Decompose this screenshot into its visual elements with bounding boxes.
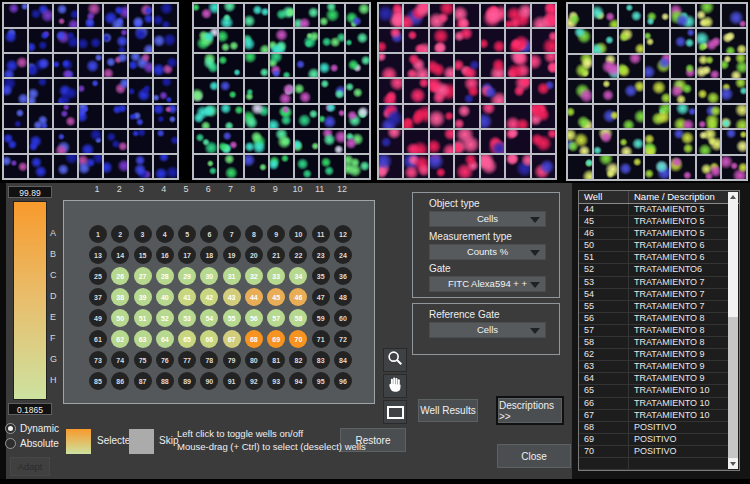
well-67[interactable]: 67 [223,330,241,348]
well-86[interactable]: 86 [111,372,129,390]
table-row[interactable]: 45TRATAMIENTO 5 [579,216,729,228]
well-78[interactable]: 78 [200,351,218,369]
table-row[interactable]: 52TRATAMIENTO6 [579,264,729,276]
well-18[interactable]: 18 [200,246,218,264]
well-56[interactable]: 56 [245,309,263,327]
object-type-select[interactable]: Cells [429,211,546,227]
well-61[interactable]: 61 [89,330,107,348]
well-20[interactable]: 20 [245,246,263,264]
well-49[interactable]: 49 [89,309,107,327]
well-30[interactable]: 30 [200,267,218,285]
measurement-type-select[interactable]: Counts % [429,244,546,260]
well-4[interactable]: 4 [156,225,174,243]
table-row[interactable]: 46TRATAMIENTO 5 [579,228,729,240]
well-80[interactable]: 80 [245,351,263,369]
well-35[interactable]: 35 [312,267,330,285]
well-40[interactable]: 40 [156,288,174,306]
well-37[interactable]: 37 [89,288,107,306]
well-5[interactable]: 5 [178,225,196,243]
well-16[interactable]: 16 [156,246,174,264]
well-93[interactable]: 93 [267,372,285,390]
well-72[interactable]: 72 [334,330,352,348]
table-row[interactable]: 63TRATAMIENTO 9 [579,361,729,373]
well-55[interactable]: 55 [223,309,241,327]
well-34[interactable]: 34 [289,267,307,285]
reference-gate-select[interactable]: Cells [429,322,546,338]
well-14[interactable]: 14 [111,246,129,264]
well-48[interactable]: 48 [334,288,352,306]
table-row[interactable]: 57TRATAMIENTO 8 [579,325,729,337]
well-66[interactable]: 66 [200,330,218,348]
well-53[interactable]: 53 [178,309,196,327]
well-63[interactable]: 63 [134,330,152,348]
well-32[interactable]: 32 [245,267,263,285]
well-60[interactable]: 60 [334,309,352,327]
rect-select-tool-button[interactable] [383,400,407,424]
well-91[interactable]: 91 [223,372,241,390]
well-90[interactable]: 90 [200,372,218,390]
close-button[interactable]: Close [497,444,571,468]
well-58[interactable]: 58 [289,309,307,327]
well-69[interactable]: 69 [267,330,285,348]
well-17[interactable]: 17 [178,246,196,264]
well-83[interactable]: 83 [312,351,330,369]
well-74[interactable]: 74 [111,351,129,369]
well-2[interactable]: 2 [111,225,129,243]
well-59[interactable]: 59 [312,309,330,327]
well-7[interactable]: 7 [223,225,241,243]
well-22[interactable]: 22 [289,246,307,264]
well-1[interactable]: 1 [89,225,107,243]
colorbar-gradient[interactable] [13,201,47,400]
well-52[interactable]: 52 [156,309,174,327]
table-row[interactable]: 53TRATAMIENTO 7 [579,277,729,289]
absolute-radio[interactable]: Absolute [5,438,59,449]
well-9[interactable]: 9 [267,225,285,243]
well-45[interactable]: 45 [267,288,285,306]
pan-tool-button[interactable] [383,374,407,398]
well-57[interactable]: 57 [267,309,285,327]
table-row[interactable]: 51TRATAMIENTO 6 [579,252,729,264]
gate-select[interactable]: FITC Alexa594 + + [429,276,546,292]
well-41[interactable]: 41 [178,288,196,306]
table-row[interactable]: 55TRATAMIENTO 7 [579,301,729,313]
channel-panel-composite[interactable] [566,2,748,181]
well-87[interactable]: 87 [134,372,152,390]
table-scrollbar[interactable] [728,192,738,469]
well-42[interactable]: 42 [200,288,218,306]
well-21[interactable]: 21 [267,246,285,264]
scroll-down-icon[interactable] [728,459,738,469]
well-62[interactable]: 62 [111,330,129,348]
well-94[interactable]: 94 [289,372,307,390]
channel-panel-blue[interactable] [2,2,179,180]
table-row[interactable]: 67TRATAMIENTO 10 [579,410,729,422]
well-results-button[interactable]: Well Results [418,399,478,422]
table-row[interactable]: 58TRATAMIENTO 8 [579,337,729,349]
well-26[interactable]: 26 [111,267,129,285]
well-89[interactable]: 89 [178,372,196,390]
table-row[interactable]: 54TRATAMIENTO 7 [579,289,729,301]
well-84[interactable]: 84 [334,351,352,369]
well-82[interactable]: 82 [289,351,307,369]
table-row[interactable]: 64TRATAMIENTO 9 [579,373,729,385]
well-50[interactable]: 50 [111,309,129,327]
adapt-button[interactable]: Adapt [10,457,50,476]
well-64[interactable]: 64 [156,330,174,348]
well-70[interactable]: 70 [289,330,307,348]
table-row[interactable]: 50TRATAMIENTO 6 [579,240,729,252]
well-77[interactable]: 77 [178,351,196,369]
table-row[interactable]: 69POSITIVO [579,434,729,446]
well-28[interactable]: 28 [156,267,174,285]
table-row[interactable]: 44TRATAMIENTO 5 [579,204,729,216]
well-43[interactable]: 43 [223,288,241,306]
well-85[interactable]: 85 [89,372,107,390]
table-row[interactable]: 56TRATAMIENTO 8 [579,313,729,325]
well-46[interactable]: 46 [289,288,307,306]
table-row[interactable]: 65TRATAMIENTO 10 [579,385,729,397]
well-92[interactable]: 92 [245,372,263,390]
dynamic-radio[interactable]: Dynamic [5,423,59,434]
well-68[interactable]: 68 [245,330,263,348]
scroll-up-icon[interactable] [728,192,738,202]
well-81[interactable]: 81 [267,351,285,369]
well-27[interactable]: 27 [134,267,152,285]
col-header-name[interactable]: Name / Description [629,191,739,203]
